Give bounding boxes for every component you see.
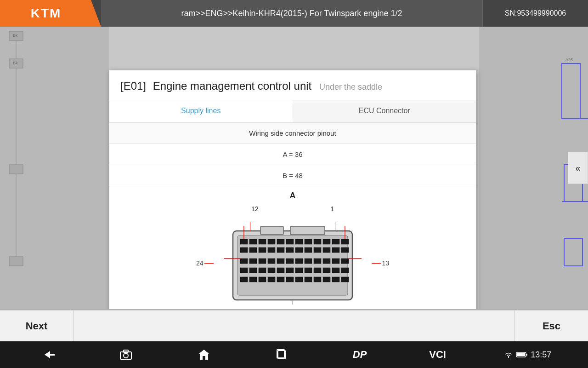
red-line-top-right <box>335 222 335 231</box>
svg-rect-18 <box>237 236 348 295</box>
modal-dialog: [E01] Engine management control unit Und… <box>109 70 476 309</box>
red-line-right <box>372 263 381 264</box>
svg-rect-38 <box>305 247 312 253</box>
svg-text:A25: A25 <box>565 58 573 62</box>
svg-rect-33 <box>259 247 266 253</box>
collapse-arrow[interactable]: « <box>568 152 588 184</box>
svg-rect-3 <box>9 257 23 266</box>
svg-rect-86 <box>124 350 128 352</box>
pages-icon <box>276 349 287 361</box>
svg-rect-29 <box>332 239 339 244</box>
svg-rect-71 <box>277 277 284 282</box>
modal-title: [E01] Engine management control unit Und… <box>120 80 382 92</box>
tab-supply-lines[interactable]: Supply lines <box>109 100 293 122</box>
svg-rect-60 <box>286 268 294 273</box>
svg-rect-66 <box>341 268 349 273</box>
svg-rect-64 <box>323 268 330 273</box>
svg-rect-51 <box>314 259 321 264</box>
svg-rect-31 <box>240 247 248 253</box>
clock-time: 13:57 <box>531 350 551 360</box>
svg-rect-67 <box>240 277 248 282</box>
svg-rect-37 <box>295 247 303 253</box>
svg-rect-49 <box>295 259 303 264</box>
connector-body-wrap: 24 13 <box>210 222 375 305</box>
table-cell-b: B = 48 <box>109 165 476 186</box>
svg-rect-32 <box>249 247 257 253</box>
nav-bar: DP VCI 13:57 <box>0 341 588 368</box>
svg-text:Bk: Bk <box>13 61 18 65</box>
svg-text:Bk: Bk <box>13 33 18 38</box>
data-table: Wiring side connector pinout A = 36 B = … <box>109 123 476 186</box>
right-side-label-wrap: 13 <box>372 259 389 267</box>
svg-rect-17 <box>290 226 325 235</box>
svg-rect-76 <box>323 277 330 282</box>
next-button[interactable]: Next <box>0 310 74 341</box>
pin-13-label: 13 <box>382 259 389 267</box>
connector-svg <box>224 222 362 305</box>
table-row: Wiring side connector pinout <box>109 123 476 144</box>
svg-rect-61 <box>295 268 303 273</box>
modal-location: Under the saddle <box>319 82 382 92</box>
svg-rect-39 <box>314 247 321 253</box>
tab-bar: Supply lines ECU Connector <box>109 100 476 123</box>
back-icon <box>42 349 55 360</box>
dp-label: DP <box>353 349 367 361</box>
vci-button[interactable]: VCI <box>426 343 449 366</box>
top-pin-labels: 12 1 <box>210 205 375 213</box>
svg-rect-55 <box>240 268 248 273</box>
svg-rect-20 <box>249 239 257 244</box>
svg-rect-21 <box>259 239 266 244</box>
top-bar: KTM ram>>ENG>>Keihin-KHR4(2015-) For Twi… <box>0 0 588 27</box>
camera-icon <box>119 349 132 360</box>
home-button[interactable] <box>192 343 215 366</box>
svg-rect-90 <box>517 353 525 356</box>
left-side-label-wrap: 24 <box>196 259 214 267</box>
svg-rect-78 <box>341 277 349 282</box>
svg-rect-53 <box>332 259 339 264</box>
svg-rect-34 <box>268 247 275 253</box>
svg-rect-30 <box>341 239 349 244</box>
home-icon <box>198 349 210 361</box>
svg-rect-57 <box>259 268 266 273</box>
tab-ecu-connector[interactable]: ECU Connector <box>293 100 476 122</box>
svg-rect-59 <box>277 268 284 273</box>
red-line-top-left <box>250 222 250 231</box>
svg-rect-54 <box>341 259 349 264</box>
back-button[interactable] <box>37 343 60 366</box>
svg-rect-25 <box>295 239 303 244</box>
svg-rect-70 <box>268 277 275 282</box>
brand-logo: KTM <box>0 0 101 27</box>
svg-rect-36 <box>286 247 294 253</box>
wifi-icon <box>504 351 513 358</box>
svg-rect-9 <box>562 63 580 119</box>
esc-button[interactable]: Esc <box>514 310 588 341</box>
page-title: ram>>ENG>>Keihin-KHR4(2015-) For Twinspa… <box>101 0 482 27</box>
pin-12-label: 12 <box>251 205 259 213</box>
svg-rect-35 <box>277 247 284 253</box>
svg-rect-41 <box>332 247 339 253</box>
svg-rect-50 <box>305 259 312 264</box>
connector-section-label: A <box>119 191 467 201</box>
svg-rect-45 <box>259 259 266 264</box>
battery-icon <box>516 351 528 358</box>
dp-button[interactable]: DP <box>348 343 371 366</box>
connector-with-lines: 24 13 <box>210 222 375 305</box>
svg-rect-42 <box>341 247 349 253</box>
camera-button[interactable] <box>114 343 137 366</box>
table-cell-header: Wiring side connector pinout <box>109 123 476 144</box>
pin-24-label: 24 <box>196 259 204 267</box>
background-area: Bk Bk A25 « [E01] Engine management cont… <box>0 27 588 309</box>
svg-rect-73 <box>295 277 303 282</box>
svg-rect-74 <box>305 277 312 282</box>
wiring-left: Bk Bk <box>0 27 109 309</box>
svg-rect-63 <box>314 268 321 273</box>
svg-rect-2 <box>9 165 23 174</box>
svg-rect-46 <box>268 259 275 264</box>
table-cell-a: A = 36 <box>109 144 476 165</box>
svg-rect-48 <box>286 259 294 264</box>
svg-rect-65 <box>332 268 339 273</box>
svg-rect-43 <box>240 259 248 264</box>
pages-button[interactable] <box>270 343 293 366</box>
pin-1-label: 1 <box>330 205 334 213</box>
svg-point-85 <box>124 353 128 358</box>
